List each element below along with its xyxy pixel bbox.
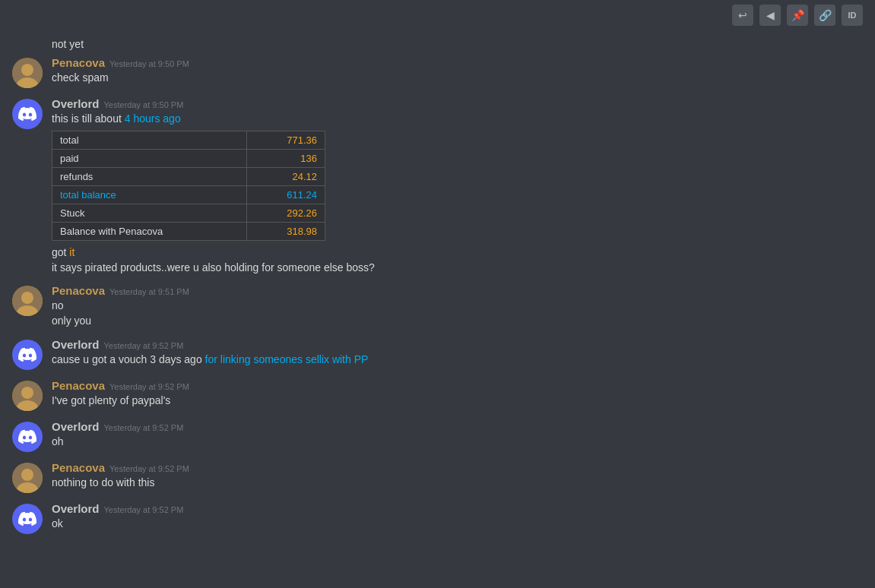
message-text-hours-ago: this is till about 4 hours ago [52,112,863,127]
message-content-penacova-4: Penacova Yesterday at 9:52 PM nothing to… [52,461,863,493]
table-cell-value: 24.12 [247,168,325,186]
message-group-penacova-4: Penacova Yesterday at 9:52 PM nothing to… [0,458,875,496]
message-content-penacova-3: Penacova Yesterday at 9:52 PM I've got p… [52,379,863,411]
message-content-overlord-2: Overlord Yesterday at 9:52 PM cause u go… [52,338,863,370]
message-content-penacova-2: Penacova Yesterday at 9:51 PM no only yo… [52,284,863,328]
username-penacova-2: Penacova [52,284,105,297]
message-group-penacova-2: Penacova Yesterday at 9:51 PM no only yo… [0,281,875,331]
username-penacova-4: Penacova [52,461,105,474]
table-row: total 771.36 [52,131,325,150]
message-text-paypals: I've got plenty of paypal's [52,394,863,409]
action-icons-container: ↩ ◀ 📌 🔗 ID [732,5,863,26]
table-row: Balance with Penacova 318.98 [52,223,325,241]
avatar-penacova-3 [12,381,43,411]
message-text-pirated: it says pirated products..were u also ho… [52,261,863,276]
avatar-overlord-3 [12,422,43,452]
highlight-hours: 4 hours ago [125,112,181,125]
top-bar: ↩ ◀ 📌 🔗 ID [0,0,875,30]
timestamp-penacova-3: Yesterday at 9:52 PM [109,382,189,391]
message-text-no: no [52,299,863,314]
avatar-overlord-4 [12,504,43,534]
message-content-overlord-1: Overlord Yesterday at 9:50 PM this is ti… [52,97,863,276]
svg-point-1 [21,64,33,76]
message-text-vouch: cause u got a vouch 3 days ago for linki… [52,352,863,368]
message-content-penacova-1: Penacova Yesterday at 9:50 PM check spam [52,56,863,88]
timestamp-overlord-2: Yesterday at 9:52 PM [104,341,184,350]
table-row: paid 136 [52,150,325,168]
table-cell-value: 318.98 [247,223,325,241]
message-text-ok: ok [52,517,863,532]
message-group-penacova-1: Penacova Yesterday at 9:50 PM check spam [0,53,875,91]
timestamp-penacova-4: Yesterday at 9:52 PM [109,464,189,473]
id-icon[interactable]: ID [842,5,863,26]
left-arrow-icon[interactable]: ◀ [759,5,781,26]
username-penacova: Penacova [52,56,105,69]
avatar-overlord-1 [12,99,43,129]
table-cell-value: 292.26 [247,204,325,223]
message-group-overlord-2: Overlord Yesterday at 9:52 PM cause u go… [0,335,875,373]
table-cell-label: total [52,131,247,150]
reply-icon[interactable]: ↩ [732,5,753,26]
message-group-overlord-1: Overlord Yesterday at 9:50 PM this is ti… [0,94,875,279]
table-row: refunds 24.12 [52,168,325,186]
svg-point-4 [21,292,33,304]
table-cell-label: Stuck [52,204,247,223]
message-text-only-you: only you [52,314,863,329]
timestamp-overlord-1: Yesterday at 9:50 PM [104,100,184,109]
message-header-overlord-4: Overlord Yesterday at 9:52 PM [52,502,863,515]
message-text-oh: oh [52,435,863,450]
message-header-overlord-2: Overlord Yesterday at 9:52 PM [52,338,863,351]
highlight-it: it [69,246,75,258]
svg-point-7 [21,387,33,399]
username-overlord-4: Overlord [52,502,100,515]
messages-container: not yet Penacova Yesterday at 9:50 PM ch… [0,30,875,546]
message-text: not yet [52,38,84,50]
message-content-overlord-4: Overlord Yesterday at 9:52 PM ok [52,502,863,534]
timestamp-penacova-2: Yesterday at 9:51 PM [109,287,189,296]
table-cell-label-balance: total balance [52,186,247,204]
table-cell-value: 771.36 [247,131,325,150]
avatar-overlord-2 [12,340,43,370]
message-not-yet: not yet [0,36,875,53]
timestamp-overlord-4: Yesterday at 9:52 PM [104,505,184,514]
message-header-overlord-3: Overlord Yesterday at 9:52 PM [52,420,863,433]
timestamp: Yesterday at 9:50 PM [109,59,189,68]
avatar-penacova-4 [12,463,43,493]
message-text-check-spam: check spam [52,71,863,86]
table-cell-value-balance: 611.24 [247,186,325,204]
highlight-for: for linking someones sellix with PP [205,353,369,365]
balance-table: total 771.36 paid 136 refunds 24.12 tota… [52,131,325,241]
table-cell-label: refunds [52,168,247,186]
avatar-penacova-2 [12,286,43,316]
username-overlord-2: Overlord [52,338,100,351]
message-group-overlord-4: Overlord Yesterday at 9:52 PM ok [0,499,875,537]
table-cell-label: paid [52,150,247,168]
message-content-overlord-3: Overlord Yesterday at 9:52 PM oh [52,420,863,452]
table-row-balance: total balance 611.24 [52,186,325,204]
message-text-got-it: got it [52,245,863,261]
message-header-penacova-2: Penacova Yesterday at 9:51 PM [52,284,863,297]
timestamp-overlord-3: Yesterday at 9:52 PM [104,423,184,432]
username-penacova-3: Penacova [52,379,105,392]
message-group-penacova-3: Penacova Yesterday at 9:52 PM I've got p… [0,376,875,414]
table-row: Stuck 292.26 [52,204,325,223]
message-header-overlord-1: Overlord Yesterday at 9:50 PM [52,97,863,110]
message-header-penacova-4: Penacova Yesterday at 9:52 PM [52,461,863,474]
pin-icon[interactable]: 📌 [787,5,808,26]
username-overlord: Overlord [52,97,100,110]
table-cell-label: Balance with Penacova [52,223,247,241]
message-text-nothing: nothing to do with this [52,476,863,491]
message-header: Penacova Yesterday at 9:50 PM [52,56,863,69]
avatar-penacova-1 [12,58,43,88]
message-header-penacova-3: Penacova Yesterday at 9:52 PM [52,379,863,392]
username-overlord-3: Overlord [52,420,100,433]
svg-point-10 [21,469,33,481]
table-cell-value: 136 [247,150,325,168]
link-icon[interactable]: 🔗 [814,5,835,26]
message-group-overlord-3: Overlord Yesterday at 9:52 PM oh [0,417,875,455]
